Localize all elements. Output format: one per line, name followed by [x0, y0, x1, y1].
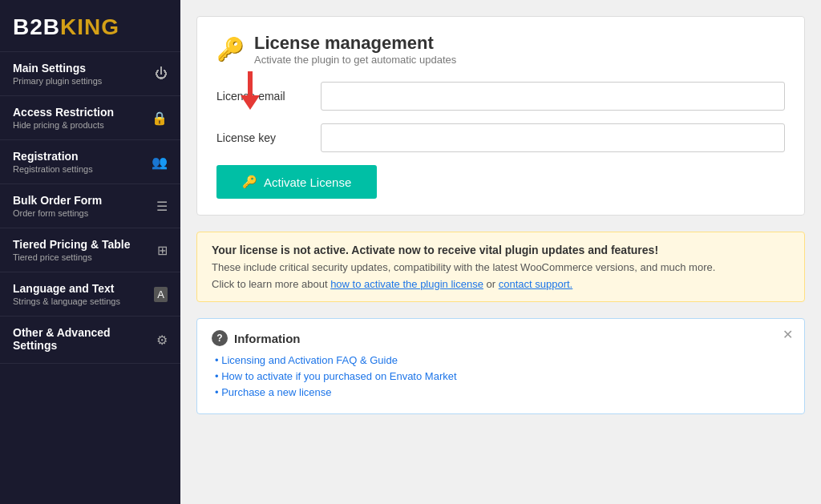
logo-king: KING: [60, 14, 119, 39]
license-key-label: License key: [216, 131, 321, 144]
info-list-item-faq[interactable]: Licensing and Activation FAQ & Guide: [215, 354, 790, 366]
sidebar-item-access-restriction-title: Access Restriction: [13, 106, 145, 119]
warning-links: Click to learn more about how to activat…: [212, 278, 790, 290]
license-email-input[interactable]: [321, 82, 785, 111]
sidebar-item-tiered-pricing[interactable]: Tiered Pricing & Table Tiered price sett…: [0, 228, 180, 272]
sidebar-item-other-advanced-title: Other & Advanced Settings: [13, 326, 150, 352]
sidebar-item-language-text-title: Language and Text: [13, 282, 148, 295]
sidebar-item-main-settings-sub: Primary plugin settings: [13, 76, 148, 86]
contact-support-link[interactable]: contact support.: [499, 278, 573, 290]
main-content: 🔑 License management Activate the plugin…: [180, 0, 821, 504]
sidebar-item-bulk-order-form-sub: Order form settings: [13, 208, 150, 218]
info-list-item-purchase[interactable]: Purchase a new license: [215, 386, 790, 398]
sidebar-item-registration-title: Registration: [13, 150, 145, 163]
sidebar-item-registration-sub: Registration settings: [13, 164, 145, 174]
arrow-head: [241, 95, 260, 110]
warning-text: These include critical security updates,…: [212, 261, 790, 273]
info-list: Licensing and Activation FAQ & Guide How…: [212, 354, 790, 398]
sidebar: B2BKING Main Settings Primary plugin set…: [0, 0, 180, 504]
info-icon: ?: [212, 330, 228, 346]
license-email-row: License email: [216, 82, 785, 111]
sidebar-item-bulk-order-form[interactable]: Bulk Order Form Order form settings ☰: [0, 184, 180, 228]
power-icon: ⏻: [155, 67, 168, 81]
sidebar-item-main-settings-text: Main Settings Primary plugin settings: [13, 62, 148, 86]
license-title: License management: [254, 33, 456, 54]
sidebar-item-main-settings-title: Main Settings: [13, 62, 148, 75]
info-box-title: Information: [234, 332, 301, 345]
logo-b2b: B2B: [13, 14, 60, 39]
info-box: ? Information ✕ Licensing and Activation…: [196, 318, 805, 414]
sidebar-item-other-advanced[interactable]: Other & Advanced Settings ⚙: [0, 317, 180, 364]
license-header: 🔑 License management Activate the plugin…: [216, 33, 785, 66]
arrow-annotation: [241, 73, 260, 110]
sidebar-item-registration[interactable]: Registration Registration settings 👥: [0, 140, 180, 184]
activate-license-label: Activate License: [264, 175, 351, 189]
warning-box: Your license is not active. Activate now…: [196, 232, 805, 302]
sidebar-item-language-text-sub: Strings & language settings: [13, 296, 148, 306]
license-header-text: License management Activate the plugin t…: [254, 33, 456, 66]
license-key-row: License key: [216, 123, 785, 152]
sidebar-item-other-advanced-text: Other & Advanced Settings: [13, 326, 150, 353]
logo: B2BKING: [13, 14, 168, 40]
sidebar-item-tiered-pricing-sub: Tiered price settings: [13, 252, 151, 262]
lock-icon: 🔒: [152, 111, 168, 126]
warning-pre-link: Click to learn more about: [212, 278, 330, 290]
sidebar-item-language-text-text: Language and Text Strings & language set…: [13, 282, 148, 306]
gear-icon: ⚙: [156, 333, 168, 348]
list-icon: ☰: [156, 199, 168, 214]
arrow-shaft: [248, 71, 253, 95]
warning-between-links: or: [483, 278, 499, 290]
logo-area: B2BKING: [0, 0, 180, 52]
info-link-faq[interactable]: Licensing and Activation FAQ & Guide: [221, 354, 398, 366]
activate-license-button[interactable]: 🔑 Activate License: [216, 165, 377, 199]
sidebar-item-access-restriction[interactable]: Access Restriction Hide pricing & produc…: [0, 96, 180, 140]
license-email-label: License email: [216, 90, 321, 103]
language-icon: A: [154, 287, 168, 302]
warning-title: Your license is not active. Activate now…: [212, 244, 790, 256]
activate-key-icon: 🔑: [242, 175, 257, 189]
sidebar-item-bulk-order-form-title: Bulk Order Form: [13, 194, 150, 207]
users-icon: 👥: [152, 155, 168, 170]
sidebar-item-main-settings[interactable]: Main Settings Primary plugin settings ⏻: [0, 52, 180, 96]
sidebar-item-access-restriction-text: Access Restriction Hide pricing & produc…: [13, 106, 145, 130]
sidebar-item-registration-text: Registration Registration settings: [13, 150, 145, 174]
sidebar-item-tiered-pricing-text: Tiered Pricing & Table Tiered price sett…: [13, 238, 151, 262]
key-icon: 🔑: [216, 36, 245, 62]
sidebar-item-access-restriction-sub: Hide pricing & products: [13, 120, 145, 130]
table-icon: ⊞: [157, 243, 168, 258]
info-link-purchase[interactable]: Purchase a new license: [221, 386, 331, 398]
info-list-item-envato[interactable]: How to activate if you purchased on Enva…: [215, 370, 790, 382]
info-close-button[interactable]: ✕: [783, 327, 793, 342]
sidebar-item-language-text[interactable]: Language and Text Strings & language set…: [0, 272, 180, 317]
license-key-input[interactable]: [321, 123, 785, 152]
info-box-header: ? Information: [212, 330, 790, 346]
license-card: 🔑 License management Activate the plugin…: [196, 16, 805, 216]
info-link-envato[interactable]: How to activate if you purchased on Enva…: [221, 370, 456, 382]
license-subtitle: Activate the plugin to get automatic upd…: [254, 54, 456, 66]
activate-license-link[interactable]: how to activate the plugin license: [330, 278, 483, 290]
sidebar-item-tiered-pricing-title: Tiered Pricing & Table: [13, 238, 151, 251]
sidebar-item-bulk-order-form-text: Bulk Order Form Order form settings: [13, 194, 150, 218]
